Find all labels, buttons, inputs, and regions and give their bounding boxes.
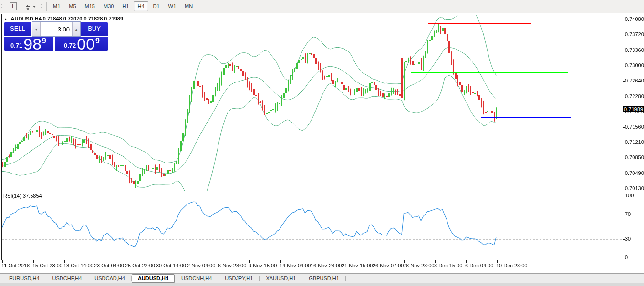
bottom-scroll-strip[interactable] [0,283,644,286]
volume-input[interactable] [41,22,72,36]
volume-control: ▼ ▲ [32,21,81,37]
buy-button-label: BUY [88,25,101,32]
toolbar-separator [46,2,47,11]
time-tick-label: 2 Nov 04:00 [187,263,215,268]
timeframe-button-m5[interactable]: M5 [65,1,80,11]
one-click-trading-panel: SELL ▼ ▲ BUY 0.71989 0.72009 [4,21,108,51]
price-tick-label: 0.73000 [625,62,644,68]
time-tick-label: 10 Dec 23:00 [496,263,527,268]
chart-tab-usdchf-h4[interactable]: USDCHF,H4 [46,274,88,283]
time-tick-label: 28 Nov 23:00 [403,263,434,268]
toolbar-grip[interactable] [1,2,3,11]
price-tick-label: 0.70490 [625,170,644,176]
sell-button-label: SELL [10,25,25,32]
chart-tab-usdcnh-h4[interactable]: USDCNH,H4 [175,274,218,283]
current-price-tag: 0.71989 [623,106,644,112]
rsi-indicator-label: RSI(14) 37.5854 [3,193,42,199]
price-tick-label: 0.73720 [625,31,644,37]
time-tick-label: 21 Nov 15:00 [342,263,373,268]
tab-separator [345,276,346,281]
text-tool-button[interactable]: T [5,1,20,11]
arrow-objects-button[interactable] [21,1,39,11]
toolbar: T M1M5M15M30H1H4D1W1MN [0,0,644,13]
price-tick-label: 0.72640 [625,78,644,83]
price-tick-label: 0.74080 [625,16,644,22]
timeframe-button-w1[interactable]: W1 [165,1,180,11]
chart-tab-usdjpy-h1[interactable]: USDJPY,H1 [218,274,259,283]
sell-price-sup: 9 [42,37,46,45]
dropdown-caret-icon [33,6,36,8]
buy-underline [83,33,105,33]
timeframe-button-m30[interactable]: M30 [100,1,117,11]
timeframe-button-d1[interactable]: D1 [149,1,164,11]
buy-price-sup: 9 [95,37,100,45]
chart-tab-gbpusd-h1[interactable]: GBPUSD,H1 [302,274,345,283]
chart-tab-usdcad-h4[interactable]: USDCAD,H4 [88,274,131,283]
time-tick-label: 18 Oct 14:00 [63,263,93,268]
rsi-tick-label: 0 [625,255,628,260]
time-tick-label: 9 Nov 15:00 [249,263,277,268]
price-tick-label: 0.70130 [625,185,644,191]
chart-tab-eurusd-h4[interactable]: EURUSD,H4 [3,274,46,283]
rsi-tick-label: 70 [625,211,631,217]
time-tick-label: 30 Oct 14:00 [156,263,186,268]
time-tick-label: 16 Nov 23:00 [311,263,342,268]
ohlc-open: 0.71848 [43,16,62,21]
time-tick-label: 6 Nov 23:00 [218,263,246,268]
price-tick-label: 0.70850 [625,154,644,160]
sell-underline [7,33,28,33]
timeframe-button-m1[interactable]: M1 [49,1,64,11]
chart-title: ▲ AUDUSD,H4 0.71848 0.72070 0.71828 0.71… [4,16,123,21]
timeframe-button-h4[interactable]: H4 [134,1,148,11]
price-tick-label: 0.72280 [625,93,644,99]
sell-price-display[interactable]: 0.71989 [4,37,53,51]
timeframe-button-mn[interactable]: MN [181,1,197,11]
buy-price-big: 00 [77,37,95,51]
volume-decrease-button[interactable]: ▼ [32,22,41,36]
text-tool-icon: T [9,2,17,10]
ohlc-close: 0.71989 [104,16,123,21]
timeframe-toolbar: M1M5M15M30H1H4D1W1MN [49,1,197,11]
sell-price-prefix: 0.71 [10,42,22,49]
buy-price-display[interactable]: 0.72009 [55,37,108,51]
time-tick-label: 3 Dec 15:00 [434,263,462,268]
volume-increase-button[interactable]: ▲ [72,22,80,36]
price-tick-label: 0.71560 [625,124,644,130]
buy-price-prefix: 0.72 [64,42,76,49]
timeframe-button-h1[interactable]: H1 [118,1,133,11]
buy-button[interactable]: BUY [80,22,108,36]
mt4-window: T M1M5M15M30H1H4D1W1MN ▲ AUDUSD,H4 0.718… [0,0,644,286]
sell-price-big: 98 [23,37,42,51]
sell-button[interactable]: SELL [4,22,31,36]
chart-tab-audusd-h4[interactable]: AUDUSD,H4 [132,274,175,283]
time-tick-label: 11 Oct 2018 [1,263,30,268]
collapse-icon[interactable]: ▲ [4,17,8,21]
price-tick-label: 0.73360 [625,47,644,53]
arrow-objects-icon [24,3,31,10]
time-tick-label: 23 Oct 04:00 [94,263,124,268]
toolbar-grip2[interactable] [41,2,42,11]
tabs-container: EURUSD,H4USDCHF,H4USDCAD,H4AUDUSD,H4USDC… [3,274,346,283]
timeframe-button-m15[interactable]: M15 [81,1,99,11]
time-tick-label: 25 Oct 22:00 [125,263,155,268]
ohlc-low: 0.71828 [83,16,103,21]
time-tick-label: 6 Dec 04:00 [465,263,493,268]
toolbar-separator2 [199,2,199,11]
chart-tab-xauusd-h1[interactable]: XAUUSD,H1 [260,274,302,283]
time-tick-label: 14 Nov 04:00 [280,263,311,268]
chart-symbol: AUDUSD,H4 [11,16,42,21]
rsi-tick-label: 30 [625,236,631,242]
price-tick-label: 0.71210 [625,139,644,145]
rsi-tick-label: 100 [625,193,634,198]
time-tick-label: 15 Oct 23:00 [32,263,62,268]
ohlc-high: 0.72070 [63,16,83,21]
chart-tab-bar: EURUSD,H4USDCHF,H4USDCAD,H4AUDUSD,H4USDC… [0,273,644,283]
time-tick-label: 26 Nov 07:00 [373,263,404,268]
